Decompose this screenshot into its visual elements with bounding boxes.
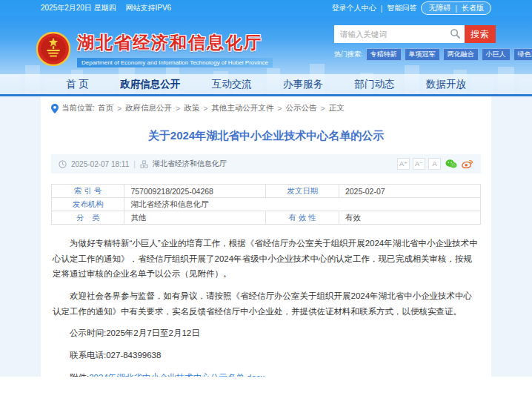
elder-version-link[interactable]: 长者版 xyxy=(462,3,484,13)
nav-item-open-data[interactable]: 数据开放 xyxy=(426,78,466,91)
accessibility-pill: 无障碍 | 长者版 xyxy=(421,1,491,15)
category-label: 分 类 xyxy=(52,211,124,225)
clock-icon xyxy=(59,160,67,168)
topbar-right: 登录个人中心 | 智能问答 无障碍 | 长者版 xyxy=(332,1,491,15)
top-utility-bar: 2025年2月20日 星期四 网站支持IPV6 登录个人中心 | 智能问答 无障… xyxy=(0,0,532,16)
hot-tag-lsgc[interactable]: 绿色工厂 xyxy=(513,48,532,61)
attachment-line: 附件:2024年湖北省中小企业技术中心公示名单.docx xyxy=(53,370,479,377)
publisher-label: 发布机构 xyxy=(52,198,124,211)
brand-text-block: 湖北省经济和信息化厅 Department of Economy and Inf… xyxy=(77,31,273,67)
publicity-period-line: 公示时间:2025年2月7日至2月12日 xyxy=(53,325,479,341)
issue-date-value: 2025-02-07 xyxy=(339,185,480,198)
breadcrumb-other-docs[interactable]: 其他主动公开文件 xyxy=(211,103,273,113)
breadcrumb: 当前位置: 首页 > 政府信息公开 > 政策 > 其他主动公开文件 > 公示公告… xyxy=(41,96,491,118)
paragraph-1: 为做好专精特新“小巨人”企业的培育工作，根据《省经信厅办公室关于组织开展2024… xyxy=(53,236,479,282)
hot-tag-lhrh[interactable]: 两化融合 xyxy=(443,48,479,61)
search-input[interactable] xyxy=(334,25,465,43)
paragraph-2: 欢迎社会各界参与监督，如有异议，请按照《省经信厅办公室关于组织开展2024年湖北… xyxy=(53,288,479,319)
main-section: 当前位置: 首页 > 政府信息公开 > 政策 > 其他主动公开文件 > 公示公告… xyxy=(0,96,532,377)
publish-source: 湖北省经济和信息化厅 xyxy=(153,159,227,169)
table-row: 分 类 其他 有 效 性 有效 xyxy=(52,211,481,225)
breadcrumb-separator: > xyxy=(320,104,325,113)
validity-value: 有效 xyxy=(339,211,480,225)
table-row: 发布机构 湖北省经济和信息化厅 xyxy=(52,198,481,211)
weibo-share-icon[interactable] xyxy=(462,159,473,169)
breadcrumb-policy[interactable]: 政策 xyxy=(184,103,199,113)
breadcrumb-home[interactable]: 首页 xyxy=(98,103,113,113)
breadcrumb-separator: > xyxy=(203,104,207,113)
login-personal-center-link[interactable]: 登录个人中心 xyxy=(332,3,376,13)
accessibility-link[interactable]: 无障碍 xyxy=(428,3,450,13)
pill-divider: | xyxy=(455,4,457,13)
breadcrumb-separator: > xyxy=(176,104,180,113)
hot-tag-zjtx[interactable]: 专精特新 xyxy=(366,48,402,61)
attachment-label: 附件: xyxy=(70,373,89,377)
nav-item-services[interactable]: 办事服务 xyxy=(283,78,323,91)
topbar-divider: | xyxy=(381,4,383,13)
breadcrumb-current: 正文 xyxy=(329,103,345,113)
article-meta-bar: 2025-02-07 18:11 | 湖北省经济和信息化厅 A⁺ A⁻ A xyxy=(51,154,481,173)
ipv6-support-label: 网站支持IPV6 xyxy=(126,4,172,12)
wechat-share-icon[interactable] xyxy=(445,159,457,169)
page-title: 关于2024年湖北省中小企业技术中心名单的公示 xyxy=(56,129,476,143)
hot-search-label: 热门搜索: xyxy=(334,50,363,59)
issue-date-label: 发文日期 xyxy=(266,185,339,198)
contact-phone-line: 联系电话:027-84399638 xyxy=(53,348,479,363)
publisher-value: 湖北省经济和信息化厅 xyxy=(124,198,481,211)
document-info-table: 索 引 号 757009218/2025-04268 发文日期 2025-02-… xyxy=(51,184,481,225)
header-banner: 湖北省经济和信息化厅 Department of Economy and Inf… xyxy=(0,16,532,96)
search-area: 搜索 热门搜索: 专精特新 单项冠军 两化融合 小巨人 绿色工厂 xyxy=(334,16,496,74)
current-date: 2025年2月20日 星期四 xyxy=(41,4,116,12)
font-reset-button[interactable]: A xyxy=(428,158,441,170)
organization-icon xyxy=(140,160,148,168)
article-body: 为做好专精特新“小巨人”企业的培育工作，根据《省经信厅办公室关于组织开展2024… xyxy=(53,236,479,377)
attachment-docx-link[interactable]: 2024年湖北省中小企业技术中心公示名单.docx xyxy=(89,373,265,377)
article-card: 当前位置: 首页 > 政府信息公开 > 政策 > 其他主动公开文件 > 公示公告… xyxy=(41,96,491,377)
location-pin-icon xyxy=(51,104,59,113)
breadcrumb-label: 当前位置: xyxy=(61,103,95,113)
category-value: 其他 xyxy=(124,211,266,225)
index-number-value: 757009218/2025-04268 xyxy=(124,185,266,198)
nav-item-gov-info[interactable]: 政府信息公开 xyxy=(120,78,180,91)
meta-divider: | xyxy=(133,160,136,168)
meta-left: 2025-02-07 18:11 | 湖北省经济和信息化厅 xyxy=(59,159,227,169)
site-title: 湖北省经济和信息化厅 xyxy=(77,31,273,54)
site-brand[interactable]: 湖北省经济和信息化厅 Department of Economy and Inf… xyxy=(36,16,273,74)
breadcrumb-gov-info[interactable]: 政府信息公开 xyxy=(125,103,172,113)
font-decrease-button[interactable]: A⁻ xyxy=(413,158,425,170)
search-button[interactable]: 搜索 xyxy=(465,25,496,43)
breadcrumb-separator: > xyxy=(117,104,122,113)
smart-qa-link[interactable]: 智能问答 xyxy=(387,3,416,13)
hot-search-row: 热门搜索: 专精特新 单项冠军 两化融合 小巨人 绿色工厂 xyxy=(334,48,496,61)
meta-right: A⁺ A⁻ A xyxy=(397,158,473,170)
nav-item-interaction[interactable]: 互动交流 xyxy=(212,78,252,91)
hot-tag-dxgj[interactable]: 单项冠军 xyxy=(405,48,440,61)
site-title-english: Department of Economy and Information Te… xyxy=(77,58,273,67)
publish-datetime: 2025-02-07 18:11 xyxy=(71,160,129,168)
national-emblem-logo xyxy=(36,32,70,66)
nav-item-home[interactable]: 首 页 xyxy=(66,78,89,91)
validity-label: 有 效 性 xyxy=(266,211,339,225)
breadcrumb-separator: > xyxy=(277,104,282,113)
nav-item-dept-news[interactable]: 部门动态 xyxy=(355,78,395,91)
breadcrumb-announcements[interactable]: 公示公告 xyxy=(285,103,316,113)
main-navigation: 首 页 政府信息公开 互动交流 办事服务 部门动态 数据开放 xyxy=(0,74,532,96)
topbar-left: 2025年2月20日 星期四 网站支持IPV6 xyxy=(41,3,179,13)
table-row: 索 引 号 757009218/2025-04268 发文日期 2025-02-… xyxy=(52,185,481,198)
hot-tag-xjr[interactable]: 小巨人 xyxy=(482,48,511,61)
index-number-label: 索 引 号 xyxy=(52,185,124,198)
search-icon[interactable] xyxy=(450,28,461,39)
font-increase-button[interactable]: A⁺ xyxy=(397,158,410,170)
